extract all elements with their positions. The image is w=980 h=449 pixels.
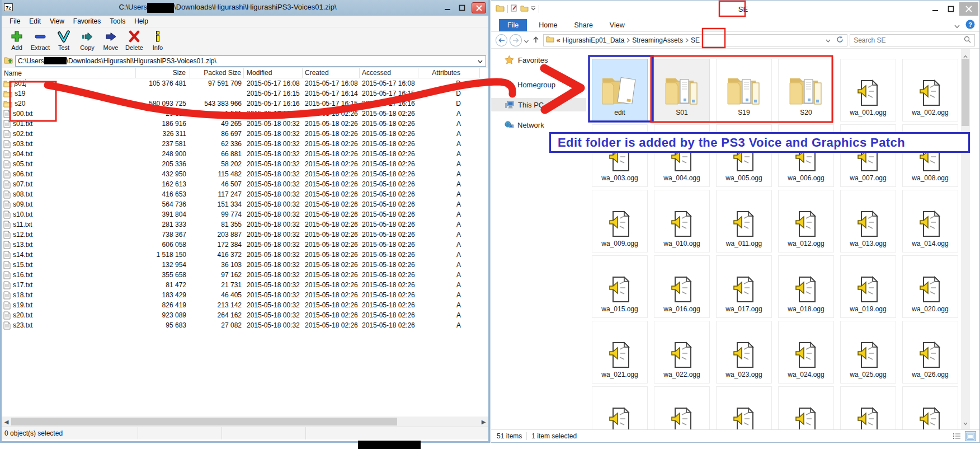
file-item[interactable] [592, 386, 648, 429]
table-row[interactable]: s08.txt416 653117 2472015-05-18 00:32201… [2, 189, 488, 199]
column-header-acc[interactable]: Accessed [360, 68, 418, 78]
column-header-size[interactable]: Size [136, 68, 190, 78]
close-button[interactable] [959, 2, 978, 16]
file-item[interactable]: wa_013.ogg [840, 190, 896, 252]
table-row[interactable]: s11.txt281 33381 3552015-05-18 00:322015… [2, 219, 488, 230]
horizontal-scrollbar[interactable]: ◀ ▶ [2, 417, 488, 427]
details-view-icon[interactable] [951, 431, 963, 441]
table-row[interactable]: s14.txt1 518 150416 3722015-05-18 00:322… [2, 250, 488, 260]
qat-customize-icon[interactable] [531, 5, 536, 13]
table-row[interactable]: s17.txt81 47221 7312015-05-18 00:322015-… [2, 280, 488, 290]
column-header-mod[interactable]: Modified [244, 68, 303, 78]
table-row[interactable]: s16.txt355 65897 1622015-05-18 00:322015… [2, 270, 488, 280]
move-button[interactable]: Move [99, 27, 123, 54]
table-row[interactable]: s20.txt923 089264 1622015-05-18 00:32201… [2, 310, 488, 320]
maximize-button[interactable] [455, 2, 469, 13]
file-item[interactable] [840, 386, 896, 429]
tab-share[interactable]: Share [566, 19, 601, 31]
file-item[interactable]: wa_023.ogg [716, 321, 772, 383]
table-row[interactable]: s23.txt95 68327 0822015-05-18 00:322015-… [2, 320, 488, 330]
extract-button[interactable]: Extract [29, 27, 52, 54]
file-item[interactable]: wa_010.ogg [654, 190, 710, 252]
file-item[interactable]: wa_001.ogg [840, 59, 896, 121]
delete-button[interactable]: Delete [123, 27, 146, 54]
add-button[interactable]: Add [5, 27, 29, 54]
sidebar-item-favorites[interactable]: Favorites [491, 53, 586, 67]
table-row[interactable]: s18.txt183 42946 4052015-05-18 00:322015… [2, 290, 488, 300]
info-button[interactable]: Info [146, 27, 169, 54]
table-row[interactable]: s01105 376 48197 591 7092015-05-17 16:08… [2, 78, 488, 88]
breadcrumb-item[interactable]: StreamingAssets [632, 36, 683, 44]
minimize-button[interactable] [928, 3, 943, 15]
up-button[interactable] [531, 35, 541, 45]
file-item[interactable]: wa_009.ogg [592, 190, 648, 252]
sidebar-item-homegroup[interactable]: Homegroup [491, 78, 586, 91]
back-button[interactable] [496, 34, 507, 46]
breadcrumb[interactable]: «HigurashiEp01_DataStreamingAssetsSE [543, 34, 847, 46]
file-item[interactable]: wa_025.ogg [840, 321, 896, 383]
minimize-button[interactable] [440, 2, 455, 13]
folder-icon[interactable] [496, 4, 505, 13]
search-box[interactable] [850, 34, 975, 46]
menu-item-file[interactable]: File [5, 16, 25, 26]
file-item[interactable]: wa_012.ogg [778, 190, 834, 252]
table-row[interactable]: s09.txt564 736151 3342015-05-18 00:32201… [2, 199, 488, 209]
column-header-cre[interactable]: Created [303, 68, 360, 78]
breadcrumb-overflow-chevron[interactable]: « [557, 36, 560, 44]
refresh-icon[interactable] [833, 36, 847, 45]
maximize-button[interactable] [944, 3, 958, 15]
tab-view[interactable]: View [601, 19, 633, 31]
file-item[interactable]: wa_016.ogg [654, 255, 710, 318]
sidebar-item-network[interactable]: Network [491, 118, 586, 132]
table-row[interactable]: s05.txt205 33658 2022015-05-18 00:322015… [2, 159, 488, 169]
file-item[interactable] [654, 386, 710, 429]
vertical-scrollbar[interactable] [961, 49, 970, 429]
scroll-left-icon[interactable]: ◀ [2, 419, 11, 425]
address-dropdown-icon[interactable] [826, 36, 831, 44]
column-header-name[interactable]: Name [2, 68, 136, 78]
file-item[interactable]: wa_018.ogg [778, 255, 834, 318]
search-input[interactable] [854, 36, 964, 44]
table-row[interactable]: s19.txt826 419213 1422015-05-18 00:32201… [2, 300, 488, 310]
folder-item[interactable]: S20 [778, 59, 834, 121]
menu-item-edit[interactable]: Edit [25, 16, 45, 26]
new-folder-icon[interactable] [520, 5, 529, 13]
table-row[interactable]: s20580 093 725543 383 9662015-05-17 16:1… [2, 99, 488, 109]
help-icon[interactable]: ? [965, 20, 975, 31]
scroll-down-icon[interactable] [963, 418, 968, 429]
table-row[interactable]: s15.txt132 95436 1032015-05-18 00:322015… [2, 260, 488, 270]
table-row[interactable]: s01.txt186 91649 2652015-05-18 00:322015… [2, 119, 488, 129]
tab-home[interactable]: Home [530, 19, 566, 31]
scrollbar-thumb[interactable] [962, 59, 969, 126]
column-header-attr[interactable]: Attributes [418, 68, 480, 78]
table-row[interactable]: s06.txt432 950115 4822015-05-18 00:32201… [2, 169, 488, 179]
address-combobox[interactable]: C:\Users\Downloads\Higurashi\HigurashiPS… [15, 55, 486, 67]
table-row[interactable]: s02.txt326 31186 6972015-05-18 00:322015… [2, 129, 488, 139]
file-item[interactable] [902, 386, 958, 429]
folder-up-icon[interactable] [4, 56, 13, 66]
file-item[interactable]: wa_026.ogg [902, 321, 958, 383]
test-button[interactable]: Test [52, 27, 76, 54]
tab-file[interactable]: File [499, 19, 527, 31]
file-item[interactable]: wa_019.ogg [840, 255, 896, 318]
file-item[interactable] [778, 386, 834, 429]
file-item[interactable]: wa_017.ogg [716, 255, 772, 318]
table-row[interactable]: s00.txt29 6881 5612015-05-17 18:152015-0… [2, 109, 488, 119]
menu-item-tools[interactable]: Tools [105, 16, 130, 26]
table-row[interactable]: s03.txt237 58162 3362015-05-18 00:322015… [2, 139, 488, 149]
file-item[interactable]: wa_011.ogg [716, 190, 772, 252]
file-item[interactable]: wa_002.ogg [902, 59, 958, 121]
table-row[interactable]: s07.txt162 61346 5072015-05-18 00:322015… [2, 179, 488, 189]
menu-item-favorites[interactable]: Favorites [69, 16, 105, 26]
folder-item[interactable]: S19 [716, 59, 772, 121]
combobox-dropdown-icon[interactable] [478, 57, 486, 65]
menu-item-help[interactable]: Help [130, 16, 153, 26]
close-button[interactable] [472, 2, 486, 13]
file-item[interactable]: wa_020.ogg [902, 255, 958, 318]
scroll-right-icon[interactable]: ▶ [479, 419, 488, 425]
table-row[interactable]: s12.txt738 367203 8872015-05-18 00:32201… [2, 230, 488, 240]
breadcrumb-item[interactable]: SE [691, 36, 700, 44]
menu-item-view[interactable]: View [45, 16, 69, 26]
file-item[interactable]: wa_021.ogg [592, 321, 648, 383]
thumbnail-view-icon[interactable] [965, 431, 976, 441]
